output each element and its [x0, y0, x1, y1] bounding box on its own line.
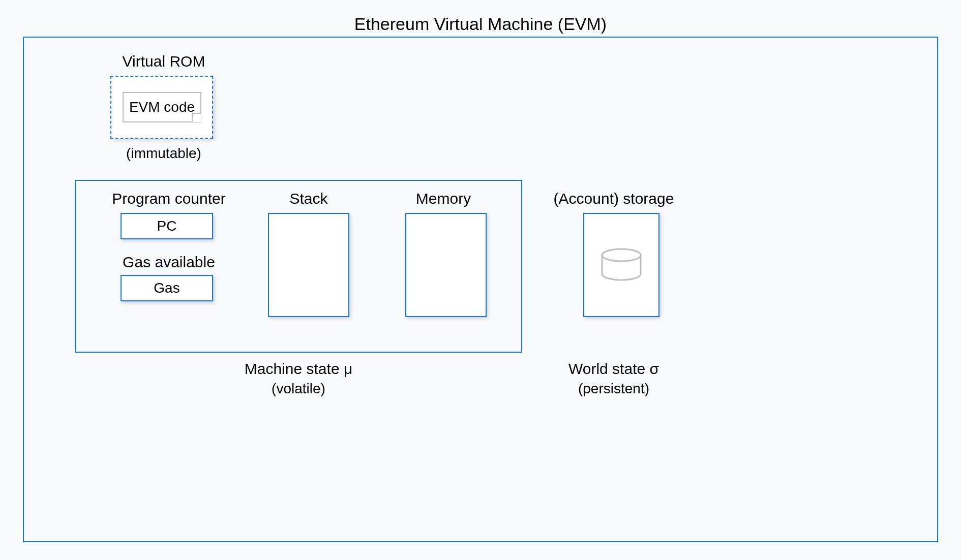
account-storage-box	[583, 213, 659, 317]
gas-available-label: Gas available	[100, 254, 237, 271]
machine-state-note: (volatile)	[75, 381, 522, 397]
world-state-note: (persistent)	[543, 381, 685, 397]
stack-label: Stack	[268, 190, 349, 207]
memory-box	[405, 213, 487, 317]
account-storage-label: (Account) storage	[543, 190, 685, 207]
diagram-title: Ethereum Virtual Machine (EVM)	[0, 14, 961, 34]
evm-code-label: EVM code	[129, 99, 195, 115]
gas-box: Gas	[121, 275, 213, 301]
database-icon	[598, 247, 644, 283]
machine-state-label: Machine state μ	[75, 360, 522, 378]
page-fold-icon	[192, 113, 201, 122]
machine-state-text: Machine state μ	[245, 360, 352, 377]
virtual-rom-box: EVM code	[110, 76, 213, 139]
virtual-rom-label: Virtual ROM	[113, 53, 215, 70]
virtual-rom-note: (immutable)	[113, 145, 215, 162]
evm-code-box: EVM code	[123, 92, 201, 122]
evm-outer-box: Virtual ROM EVM code (immutable) Program…	[23, 37, 938, 542]
svg-point-0	[602, 249, 641, 261]
world-state-label: World state σ	[543, 360, 685, 378]
program-counter-label: Program counter	[100, 190, 237, 207]
pc-box: PC	[121, 213, 213, 239]
world-state-text: World state σ	[568, 360, 659, 377]
stack-box	[268, 213, 349, 317]
memory-label: Memory	[400, 190, 487, 207]
